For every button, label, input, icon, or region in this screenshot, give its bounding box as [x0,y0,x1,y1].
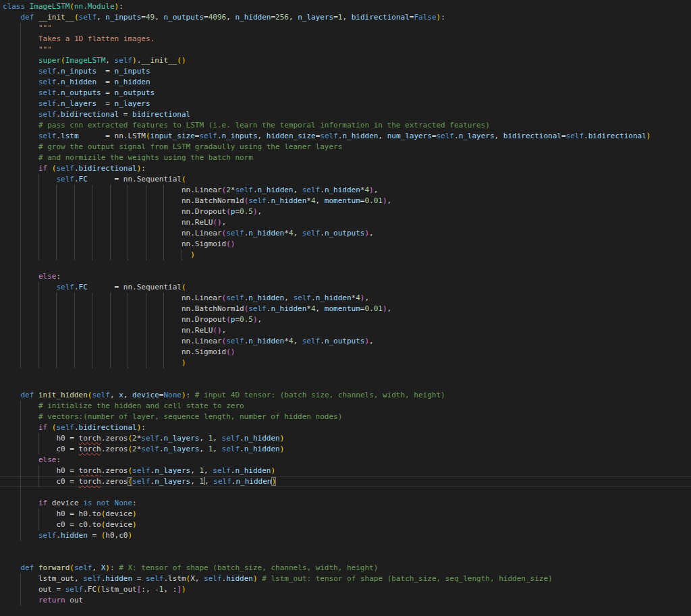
code-line-49[interactable]: c0 = c0.to(device) [0,520,691,530]
code-token: c0 = [56,445,78,453]
code-line-22[interactable]: nn.Linear(self.n_hidden*4, self.n_output… [0,228,691,239]
code-line-8[interactable]: self.n_hidden = n_hidden [0,77,691,88]
code-line-42[interactable]: c0 = torch.zeros(2*self.n_layers, 1, sel… [0,444,691,455]
indent-guide [128,185,128,196]
code-token: # vectors:(number of layer, sequence len… [38,412,342,421]
code-line-55[interactable]: out = self.FC(lstm_out[:, -1, :]) [0,584,691,595]
code-token: . [454,132,459,140]
indent-guide [128,196,128,206]
code-line-46[interactable] [0,487,691,498]
code-line-39[interactable]: # vectors:(number of layer, sequence len… [0,412,691,422]
code-editor[interactable]: class ImageLSTM(nn.Module): def __init__… [0,0,691,616]
code-line-38[interactable]: # initialize the hidden and cell state t… [0,401,691,412]
code-line-26[interactable]: else: [0,271,691,282]
indent-guide [38,217,39,228]
code-line-57[interactable] [0,606,691,616]
code-line-36[interactable] [0,379,691,390]
code-line-5[interactable]: """ [0,45,691,55]
code-token: : [110,563,119,572]
code-line-35[interactable] [0,368,691,379]
indent-guide [110,228,111,239]
code-token: ] [177,585,182,594]
code-token: if [38,423,52,432]
code-line-54[interactable]: lstm_out, self.hidden = self.lstm(X, sel… [0,573,691,584]
code-line-4[interactable]: Takes a 1D flatten images. [0,34,691,45]
code-line-52[interactable] [0,552,691,563]
code-token: 4 [311,196,316,205]
code-line-23[interactable]: nn.Sigmoid() [0,239,691,250]
code-token: self [38,132,57,140]
indent-guide [92,347,92,358]
code-line-25[interactable] [0,260,691,271]
indent-guide [38,509,39,520]
code-token: , [369,229,374,237]
code-line-18[interactable]: nn.Linear(2*self.n_hidden, self.n_hidden… [0,185,691,196]
code-token: = [79,132,115,140]
code-line-15[interactable]: # and normizile the weights using the ba… [0,152,691,163]
code-line-30[interactable]: nn.Dropout(p=0.5), [0,314,691,325]
code-line-28[interactable]: nn.Linear(self.n_hidden, self.n_hidden*4… [0,293,691,304]
code-token: , [222,326,227,335]
code-line-2[interactable]: def __init__(self, n_inputs=49, n_output… [0,12,691,23]
code-line-53[interactable]: def forward(self, X): # X: tensor of sha… [0,563,691,573]
code-token: n_outputs [325,337,365,345]
code-line-50[interactable]: self.hidden = (h0,c0) [0,530,691,541]
code-line-37[interactable]: def init_hidden(self, x, device=None): #… [0,390,691,401]
indent-guide [92,185,92,196]
indent-guide [20,509,21,520]
indent-guide [20,476,21,487]
indent-guide [163,206,164,217]
indent-guide [56,314,57,325]
code-line-51[interactable] [0,541,691,552]
code-line-12[interactable]: # pass cnn extracted features to LSTM (i… [0,120,691,131]
code-line-47[interactable]: if device is not None: [0,498,691,509]
code-token: , [374,186,379,194]
code-token: def [21,391,39,399]
code-line-20[interactable]: nn.Dropout(p=0.5), [0,206,691,217]
code-line-43[interactable]: else: [0,455,691,466]
indent-guide [163,228,164,239]
code-line-7[interactable]: self.n_inputs = n_inputs [0,66,691,77]
code-token: ( [70,2,74,11]
indent-guide [38,466,39,476]
code-line-32[interactable]: nn.Linear(self.n_hidden*4, self.n_output… [0,336,691,347]
code-line-31[interactable]: nn.ReLU(), [0,325,691,336]
code-line-34[interactable]: ) [0,358,691,368]
code-line-17[interactable]: self.FC = nn.Sequential( [0,174,691,185]
code-line-14[interactable]: # grow the output signal from LSTM grada… [0,142,691,152]
code-line-19[interactable]: nn.BatchNorm1d(self.n_hidden*4, momentum… [0,196,691,206]
code-line-16[interactable]: if (self.bidirectional): [0,163,691,174]
code-line-11[interactable]: self.bidirectional = bidirectional [0,109,691,120]
code-line-29[interactable]: nn.BatchNorm1d(self.n_hidden*4, momentum… [0,304,691,314]
code-token: self [213,466,231,475]
indent-guide [110,250,111,260]
code-line-27[interactable]: self.FC = nn.Sequential( [0,282,691,293]
code-line-6[interactable]: super(ImageLSTM, self).__init__() [0,55,691,66]
code-line-24[interactable]: ) [0,250,691,260]
code-token: :, - [141,585,159,594]
code-line-48[interactable]: h0 = h0.to(device) [0,509,691,520]
code-token: self [38,531,57,540]
code-line-56[interactable]: return out [0,595,691,606]
code-line-1[interactable]: class ImageLSTM(nn.Module): [0,1,691,12]
indent-guide [20,358,21,368]
code-token [3,477,56,486]
code-line-41[interactable]: h0 = torch.zeros(2*self.n_layers, 1, sel… [0,433,691,444]
indent-guide [92,196,92,206]
code-token: ) [132,520,137,529]
code-line-9[interactable]: self.n_outputs = n_outputs [0,88,691,99]
code-token: Takes a 1D flatten images. [38,34,155,43]
indent-guide [128,293,128,304]
code-line-21[interactable]: nn.ReLU(), [0,217,691,228]
indent-guide [163,239,164,250]
code-line-13[interactable]: self.lstm = nn.LSTM(input_size=self.n_in… [0,131,691,142]
code-token: ) [369,186,374,194]
code-line-10[interactable]: self.n_layers = n_layers [0,99,691,109]
code-line-40[interactable]: if (self.bidirectional): [0,422,691,433]
code-token: torch [79,445,101,453]
code-token: * [284,337,289,345]
code-line-3[interactable]: """ [0,23,691,34]
code-line-44[interactable]: h0 = torch.zeros(self.n_layers, 1, self.… [0,466,691,476]
code-line-45[interactable]: c0 = torch.zeros(self.n_layers, 1, self.… [0,476,691,487]
code-line-33[interactable]: nn.Sigmoid() [0,347,691,358]
